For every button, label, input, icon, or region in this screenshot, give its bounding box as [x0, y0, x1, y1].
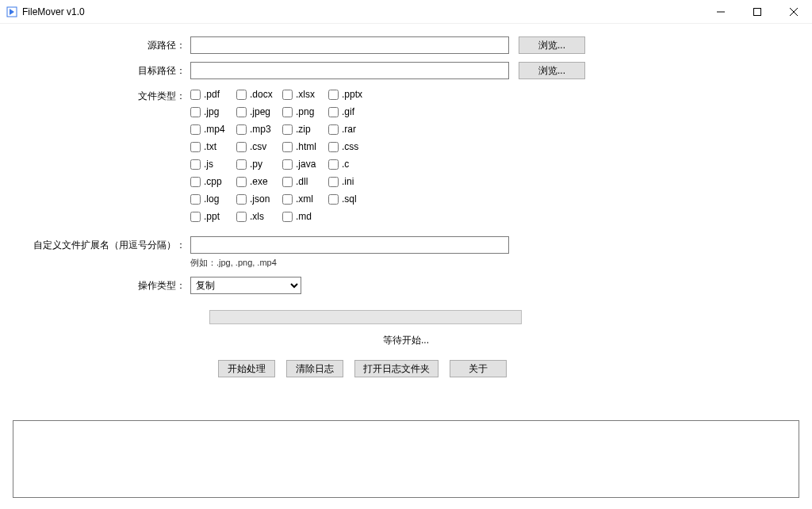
file-type-checkbox[interactable]	[190, 90, 201, 100]
custom-ext-hint: 例如：.jpg, .png, .mp4	[190, 257, 509, 269]
file-type-checkbox-label: .html	[296, 141, 316, 152]
clear-log-button[interactable]: 清除日志	[286, 360, 343, 377]
file-type-checkbox-cell: .exe	[236, 176, 281, 187]
open-log-folder-button[interactable]: 打开日志文件夹	[354, 360, 439, 377]
file-type-checkbox-cell: .dll	[282, 176, 327, 187]
file-type-checkbox[interactable]	[328, 107, 339, 117]
custom-ext-input[interactable]	[190, 236, 509, 254]
file-type-checkbox[interactable]	[236, 177, 247, 187]
close-button[interactable]	[776, 0, 812, 24]
titlebar-left: FileMover v1.0	[6, 6, 85, 17]
file-type-checkbox-row: .mp4.mp3.zip.rar	[190, 124, 374, 135]
file-type-checkbox-label: .js	[204, 159, 213, 170]
file-type-checkbox-label: .rar	[342, 124, 356, 135]
source-path-label: 源路径：	[13, 36, 190, 52]
app-icon	[6, 6, 17, 17]
file-type-checkbox[interactable]	[282, 90, 293, 100]
file-type-checkbox-cell: .c	[328, 159, 373, 170]
file-type-checkbox[interactable]	[282, 159, 293, 170]
file-type-checkbox[interactable]	[282, 212, 293, 222]
file-type-checkbox-cell: .jpg	[190, 106, 235, 117]
target-path-label: 目标路径：	[13, 62, 190, 78]
file-type-checkbox-cell: .xlsx	[282, 89, 327, 100]
file-type-checkbox-row: .js.py.java.c	[190, 159, 374, 170]
file-type-checkbox[interactable]	[282, 177, 293, 187]
window-controls	[703, 0, 812, 23]
file-type-checkbox-label: .sql	[342, 193, 357, 205]
file-type-checkbox-row: .txt.csv.html.css	[190, 141, 374, 152]
target-path-row: 目标路径： 浏览...	[13, 62, 799, 79]
file-type-checkbox-cell: .html	[282, 141, 327, 152]
file-type-checkbox-row: .log.json.xml.sql	[190, 193, 374, 205]
file-type-checkbox-cell: .mp3	[236, 124, 281, 135]
file-type-checkbox-cell: .ppt	[190, 211, 235, 222]
file-type-checkbox-label: .xls	[250, 211, 264, 222]
about-button[interactable]: 关于	[450, 360, 507, 377]
file-type-checkbox[interactable]	[236, 142, 247, 152]
file-type-checkbox[interactable]	[236, 212, 247, 222]
file-type-checkbox[interactable]	[282, 107, 293, 117]
file-type-checkbox-row: .ppt.xls.md	[190, 211, 374, 222]
window-title: FileMover v1.0	[22, 6, 85, 17]
maximize-button[interactable]	[739, 0, 776, 24]
file-type-checkbox[interactable]	[190, 159, 201, 170]
browse-target-button[interactable]: 浏览...	[519, 62, 585, 79]
main-content: 源路径： 浏览... 目标路径： 浏览... 文件类型： .pdf.docx.x…	[0, 24, 812, 377]
file-type-checkbox[interactable]	[190, 194, 201, 205]
file-type-checkbox[interactable]	[282, 194, 293, 205]
file-type-checkbox[interactable]	[282, 124, 293, 135]
file-type-checkbox[interactable]	[190, 124, 201, 135]
file-type-checkbox-row: .pdf.docx.xlsx.pptx	[190, 89, 374, 100]
file-type-checkbox[interactable]	[236, 159, 247, 170]
file-type-checkbox-label: .jpg	[204, 106, 219, 117]
file-type-checkbox[interactable]	[328, 90, 339, 100]
file-type-checkbox[interactable]	[282, 142, 293, 152]
file-type-checkbox-label: .xml	[296, 193, 313, 205]
source-path-row: 源路径： 浏览...	[13, 36, 799, 54]
file-type-checkbox[interactable]	[190, 212, 201, 222]
file-type-checkbox[interactable]	[190, 142, 201, 152]
file-type-row: 文件类型： .pdf.docx.xlsx.pptx.jpg.jpeg.png.g…	[13, 87, 799, 228]
browse-source-button[interactable]: 浏览...	[519, 36, 585, 54]
file-type-checkbox[interactable]	[236, 194, 247, 205]
progress-bar	[209, 310, 522, 324]
file-type-checkbox-label: .zip	[296, 124, 311, 135]
file-type-checkbox[interactable]	[328, 177, 339, 187]
file-type-checkbox[interactable]	[236, 107, 247, 117]
file-type-checkbox[interactable]	[328, 159, 339, 170]
custom-ext-row: 自定义文件扩展名（用逗号分隔）： 例如：.jpg, .png, .mp4	[13, 236, 799, 269]
file-type-checkbox[interactable]	[236, 124, 247, 135]
custom-ext-label: 自定义文件扩展名（用逗号分隔）：	[13, 236, 190, 252]
file-type-checkbox-cell: .json	[236, 193, 281, 205]
target-path-input[interactable]	[190, 62, 509, 79]
file-type-checkbox[interactable]	[328, 142, 339, 152]
file-type-checkbox-label: .ppt	[204, 211, 220, 222]
file-type-checkbox-label: .css	[342, 141, 358, 152]
file-type-checkbox[interactable]	[190, 177, 201, 187]
file-type-checkbox[interactable]	[328, 194, 339, 205]
file-type-checkbox-label: .exe	[250, 176, 268, 187]
file-type-checkbox-cell: .txt	[190, 141, 235, 152]
file-type-checkbox-cell: .pptx	[328, 89, 373, 100]
source-path-input[interactable]	[190, 36, 509, 54]
file-type-checkbox-cell: .ini	[328, 176, 373, 187]
file-type-checkbox-cell: .log	[190, 193, 235, 205]
file-type-checkbox-label: .py	[250, 159, 262, 170]
file-type-checkbox-cell: .xls	[236, 211, 281, 222]
minimize-button[interactable]	[703, 0, 739, 24]
file-type-checkbox-cell: .xml	[282, 193, 327, 205]
file-type-checkbox-cell: .pdf	[190, 89, 235, 100]
op-type-select[interactable]: 复制	[190, 277, 301, 294]
file-type-checkbox-cell: .zip	[282, 124, 327, 135]
log-textarea[interactable]	[13, 420, 799, 498]
file-type-label: 文件类型：	[13, 87, 190, 103]
file-type-checkbox-label: .mp4	[204, 124, 225, 135]
file-type-checkbox-label: .gif	[342, 106, 354, 117]
file-type-checkbox[interactable]	[236, 90, 247, 100]
file-type-checkbox[interactable]	[328, 124, 339, 135]
file-type-checkbox[interactable]	[190, 107, 201, 117]
start-button[interactable]: 开始处理	[218, 360, 275, 377]
file-type-checkbox-cell: .java	[282, 159, 327, 170]
status-text: 等待开始...	[13, 334, 799, 347]
actions-row: 开始处理 清除日志 打开日志文件夹 关于	[218, 360, 799, 377]
